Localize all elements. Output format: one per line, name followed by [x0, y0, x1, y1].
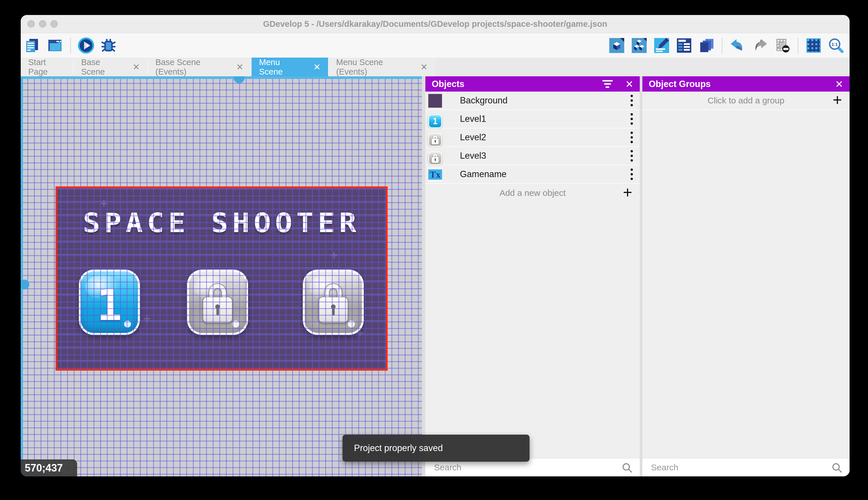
tab-label: Menu Scene (Events) [336, 58, 411, 77]
level1-thumbnail: 1 [428, 114, 442, 128]
add-group-button[interactable]: Click to add a group + [642, 92, 849, 110]
editor-tabbar: Start Page Base Scene ✕ Base Scene (Even… [21, 58, 849, 76]
toolbar-separator [722, 37, 723, 54]
game-title-text[interactable]: SPACE SHOOTER [57, 208, 386, 239]
add-object-label: Add a new object [499, 188, 565, 198]
toolbar-separator [798, 37, 798, 54]
groups-search-input[interactable] [642, 458, 849, 476]
object-row-background[interactable]: Background [425, 92, 640, 110]
object-row-level1[interactable]: 1 Level1 [425, 110, 640, 128]
close-panel-icon[interactable]: ✕ [625, 79, 634, 89]
tab-label: Menu Scene [259, 58, 304, 77]
object-row-level3[interactable]: Level3 [425, 147, 640, 165]
text-object-thumbnail: Tx [428, 168, 442, 181]
window-mask-icon[interactable] [774, 37, 791, 54]
tab-start-page[interactable]: Start Page [21, 58, 73, 76]
groups-search-row [642, 458, 849, 476]
add-object-button[interactable]: Add a new object + [425, 184, 640, 202]
object-groups-panel-header: Object Groups ✕ [642, 76, 849, 92]
level-1-button[interactable]: 1 [79, 270, 140, 335]
level-2-button[interactable] [187, 270, 248, 335]
plus-icon: + [833, 92, 842, 108]
level-3-button[interactable] [303, 270, 364, 335]
background-thumbnail [428, 94, 442, 108]
debug-icon[interactable] [100, 37, 117, 54]
tab-menu-scene[interactable]: Menu Scene ✕ [251, 58, 328, 76]
add-group-label: Click to add a group [708, 95, 785, 105]
project-manager-icon[interactable] [24, 37, 41, 54]
panel-resize-handle[interactable] [640, 76, 642, 476]
grid-icon[interactable] [805, 37, 822, 54]
close-tab-icon[interactable]: ✕ [314, 63, 320, 71]
scene-editor-canvas[interactable]: + + + + + SPACE SHOOTER 1 [21, 76, 422, 476]
tab-label: Base Scene [81, 58, 123, 77]
plus-icon: + [623, 184, 632, 201]
object-groups-panel-title: Object Groups [649, 79, 711, 89]
main-toolbar: 1:1 [21, 33, 849, 58]
lock-icon [305, 272, 362, 333]
tab-label: Start Page [28, 58, 66, 77]
canvas-vertical-scrollbar[interactable] [21, 76, 23, 476]
canvas-horizontal-scrollbar[interactable] [21, 76, 422, 79]
objects-editor-icon[interactable] [608, 37, 625, 54]
lock-thumbnail [428, 151, 442, 165]
play-icon[interactable] [78, 37, 94, 54]
instances-list-icon[interactable] [676, 37, 692, 54]
tab-label: Base Scene (Events) [155, 58, 226, 77]
toast-message: Project properly saved [354, 443, 443, 453]
save-toast: Project properly saved [342, 435, 530, 462]
svg-text:1:1: 1:1 [832, 42, 838, 46]
object-name: Background [460, 95, 507, 106]
close-tab-icon[interactable]: ✕ [421, 63, 428, 71]
object-row-gamename[interactable]: Tx Gamename [425, 165, 640, 184]
object-name: Gamename [460, 169, 506, 180]
zoom-original-icon[interactable]: 1:1 [828, 37, 844, 54]
object-row-level2[interactable]: Level2 [425, 128, 640, 147]
object-name: Level3 [460, 151, 486, 161]
object-menu-icon[interactable] [631, 147, 633, 165]
undo-icon[interactable] [729, 37, 746, 54]
vertical-scroll-thumb[interactable] [21, 280, 30, 289]
preview-window-icon[interactable] [47, 37, 63, 54]
objects-panel: Objects ✕ Background 1 Level1 Level2 [425, 76, 640, 476]
level-1-label: 1 [81, 274, 138, 336]
objects-panel-title: Objects [432, 79, 465, 89]
object-menu-icon[interactable] [631, 92, 633, 110]
toolbar-separator [70, 37, 71, 54]
object-name: Level2 [460, 132, 486, 143]
tab-base-scene[interactable]: Base Scene ✕ [74, 58, 147, 76]
scene-background-object[interactable]: + + + + + SPACE SHOOTER 1 [57, 188, 386, 369]
object-menu-icon[interactable] [631, 165, 633, 183]
object-menu-icon[interactable] [631, 128, 633, 146]
close-tab-icon[interactable]: ✕ [236, 63, 244, 71]
gdevelop-window: GDevelop 5 - /Users/dkarakay/Documents/G… [21, 15, 849, 476]
window-title: GDevelop 5 - /Users/dkarakay/Documents/G… [21, 15, 849, 33]
search-icon [621, 462, 633, 475]
filter-icon[interactable] [602, 80, 613, 88]
tab-base-scene-events[interactable]: Base Scene (Events) ✕ [148, 58, 251, 76]
lock-thumbnail [428, 133, 442, 147]
search-icon [831, 462, 843, 475]
close-tab-icon[interactable]: ✕ [133, 63, 140, 71]
object-name: Level1 [460, 114, 486, 124]
lock-icon [189, 272, 246, 333]
object-groups-editor-icon[interactable] [631, 37, 647, 54]
object-menu-icon[interactable] [631, 110, 633, 128]
tab-menu-scene-events[interactable]: Menu Scene (Events) ✕ [329, 58, 435, 76]
panel-resize-handle[interactable] [422, 76, 425, 476]
redo-icon[interactable] [752, 37, 769, 54]
horizontal-scroll-thumb[interactable] [234, 76, 245, 83]
properties-icon[interactable] [653, 37, 670, 54]
object-groups-panel: Object Groups ✕ Click to add a group + [642, 76, 849, 476]
title-bar: GDevelop 5 - /Users/dkarakay/Documents/G… [21, 15, 849, 33]
close-panel-icon[interactable]: ✕ [835, 79, 844, 89]
cursor-coordinates-badge: 570;437 [21, 459, 77, 476]
objects-panel-header: Objects ✕ [425, 76, 640, 92]
layers-icon[interactable] [698, 37, 715, 54]
